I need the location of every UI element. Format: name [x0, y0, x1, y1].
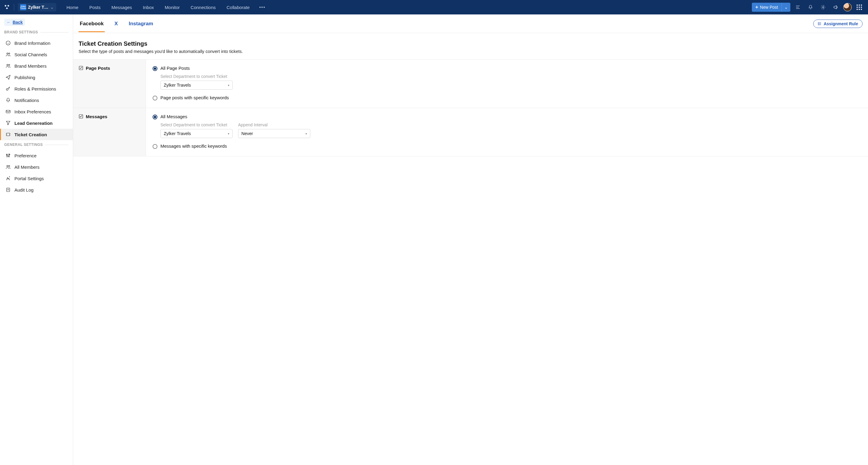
activity-icon[interactable]: [793, 2, 803, 12]
messages-interval-value: Never: [241, 131, 253, 136]
tab-x[interactable]: X: [113, 15, 119, 32]
main-panel: FacebookXInstagram Assignment Rule Ticke…: [73, 14, 868, 465]
sidebar-item-label: Lead Genereation: [14, 121, 53, 126]
app-logo-icon[interactable]: [4, 4, 10, 11]
nav-link-messages[interactable]: Messages: [106, 3, 137, 12]
page-subtitle: Select the type of posts and messages yo…: [79, 49, 863, 54]
sidebar-item-inbox-preferences[interactable]: Inbox Preferences: [0, 106, 73, 117]
sidebar-item-roles-permissions[interactable]: Roles & Permissions: [0, 83, 73, 94]
radio-all-messages[interactable]: [153, 114, 157, 120]
posts-dept-label: Select Department to convert Ticket: [160, 74, 232, 79]
brand-name: Zylker T…: [28, 5, 49, 10]
portal-icon: [5, 176, 11, 181]
radio-all-messages-label: All Messages: [160, 114, 187, 119]
user-avatar[interactable]: [843, 3, 852, 11]
new-post-label: New Post: [760, 5, 778, 10]
leads-icon: [5, 120, 11, 126]
settings-sidebar: ← Back BRAND SETTINGS Brand InformationS…: [0, 14, 73, 465]
section-page-posts: Page Posts All Page Posts Select Departm…: [73, 59, 868, 108]
sidebar-item-label: Publishing: [14, 75, 35, 80]
radio-all-page-posts[interactable]: [153, 66, 157, 71]
sidebar-item-label: Audit Log: [14, 188, 33, 193]
announcement-icon[interactable]: [831, 2, 841, 12]
tab-facebook[interactable]: Facebook: [79, 15, 105, 32]
key-icon: [5, 86, 11, 92]
notifications-icon[interactable]: [805, 2, 816, 12]
svg-point-14: [6, 89, 8, 90]
assignment-rule-button[interactable]: Assignment Rule: [813, 20, 863, 28]
sidebar-item-audit-log[interactable]: Audit Log: [0, 184, 73, 196]
svg-point-10: [7, 53, 8, 55]
section-page-posts-header: Page Posts: [73, 60, 146, 108]
sidebar-item-social-channels[interactable]: Social Channels: [0, 49, 73, 60]
nav-link-inbox[interactable]: Inbox: [138, 3, 159, 12]
sidebar-item-label: Portal Settings: [14, 176, 44, 181]
channel-tabbar: FacebookXInstagram Assignment Rule: [73, 14, 868, 33]
svg-point-32: [818, 24, 818, 24]
users-icon: [5, 164, 11, 170]
sidebar-item-notifications[interactable]: Notifications: [0, 94, 73, 106]
checkbox-icon: [79, 114, 83, 119]
svg-point-12: [7, 64, 8, 66]
messages-interval-select[interactable]: Never ▾: [238, 129, 310, 138]
messages-interval-label: Append Interval: [238, 123, 310, 127]
chevron-down-icon: ▾: [228, 84, 229, 87]
messages-dept-select[interactable]: Zylker Travels ▾: [160, 129, 232, 138]
bell-icon: [5, 97, 11, 103]
sidebar-item-publishing[interactable]: Publishing: [0, 72, 73, 83]
sidebar-item-label: Roles & Permissions: [14, 86, 56, 92]
radio-messages-keywords[interactable]: [153, 144, 157, 149]
posts-dept-select[interactable]: Zylker Travels ▾: [160, 80, 232, 90]
messages-dept-value: Zylker Travels: [164, 131, 191, 136]
sliders-icon: [5, 153, 11, 158]
ticket-icon: [5, 132, 11, 137]
new-post-split-button[interactable]: ⌄: [782, 3, 790, 12]
nav-link-connections[interactable]: Connections: [186, 3, 220, 12]
sidebar-item-label: Brand Members: [14, 63, 46, 69]
sidebar-item-label: Ticket Creation: [14, 132, 47, 137]
chevron-down-icon: ▾: [306, 132, 307, 135]
svg-rect-15: [6, 110, 10, 113]
brand-switcher[interactable]: ZylkerTravels Zylker T… ⌄: [18, 3, 56, 11]
sidebar-section-brand: BRAND SETTINGS: [0, 30, 73, 37]
nav-link-posts[interactable]: Posts: [85, 3, 106, 12]
section-messages-header: Messages: [73, 108, 146, 156]
brand-logo-icon: ZylkerTravels: [20, 4, 26, 10]
nav-link-monitor[interactable]: Monitor: [160, 3, 185, 12]
radio-all-page-posts-label: All Page Posts: [160, 66, 190, 71]
sidebar-item-brand-information[interactable]: Brand Information: [0, 37, 73, 49]
sidebar-item-lead-genereation[interactable]: Lead Genereation: [0, 117, 73, 129]
sidebar-item-label: Brand Information: [14, 41, 50, 46]
page-header: Ticket Creation Settings Select the type…: [73, 33, 868, 59]
sidebar-item-all-members[interactable]: All Members: [0, 161, 73, 173]
nav-more-icon[interactable]: •••: [257, 3, 268, 11]
log-icon: [5, 187, 11, 193]
messages-dept-label: Select Department to convert Ticket: [160, 123, 232, 127]
sidebar-item-label: Social Channels: [14, 52, 47, 57]
sidebar-section-general: GENERAL SETTINGS: [0, 142, 73, 150]
users-icon: [5, 52, 11, 57]
chevron-down-icon: ⌄: [50, 5, 54, 10]
nav-link-collaborate[interactable]: Collaborate: [222, 3, 255, 12]
tab-instagram[interactable]: Instagram: [128, 15, 154, 32]
sidebar-item-brand-members[interactable]: Brand Members: [0, 60, 73, 72]
sidebar-item-label: Preference: [14, 153, 36, 158]
settings-gear-icon[interactable]: [818, 2, 828, 12]
back-button[interactable]: ← Back: [4, 19, 25, 26]
apps-grid-icon[interactable]: [854, 2, 864, 12]
radio-posts-keywords[interactable]: [153, 96, 157, 100]
svg-rect-25: [7, 188, 10, 192]
checkbox-icon: [79, 66, 83, 70]
nav-link-home[interactable]: Home: [62, 3, 83, 12]
sidebar-item-preference[interactable]: Preference: [0, 150, 73, 161]
nav-links: Home Posts Messages Inbox Monitor Connec…: [62, 3, 255, 12]
sidebar-item-ticket-creation[interactable]: Ticket Creation: [0, 129, 73, 140]
back-label: Back: [13, 20, 23, 25]
sidebar-item-label: All Members: [14, 165, 39, 170]
info-icon: [5, 40, 11, 46]
svg-point-24: [9, 176, 10, 177]
posts-dept-value: Zylker Travels: [164, 83, 191, 88]
sidebar-item-portal-settings[interactable]: Portal Settings: [0, 173, 73, 184]
new-post-button[interactable]: New Post ⌄: [752, 3, 790, 12]
svg-point-22: [7, 165, 8, 167]
